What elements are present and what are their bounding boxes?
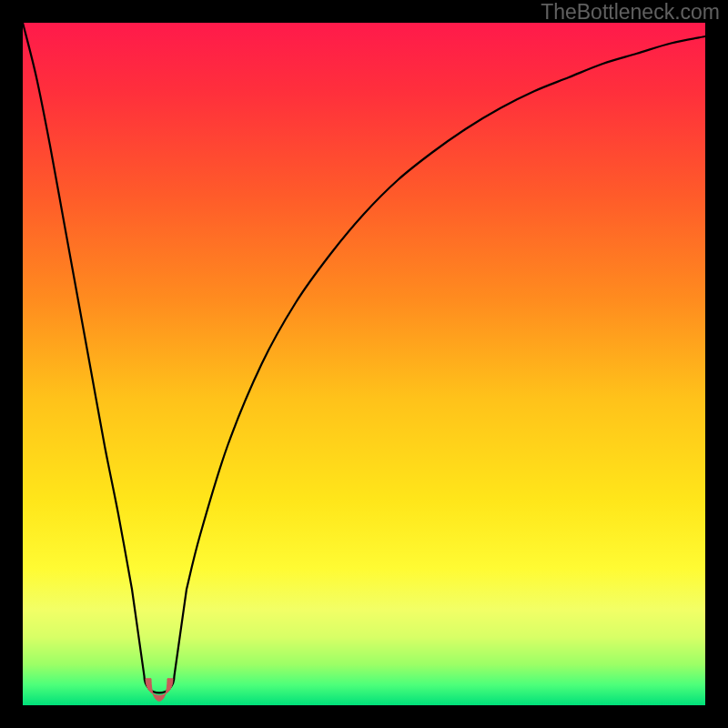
- watermark-text: TheBottleneck.com: [541, 0, 720, 25]
- chart-svg: [23, 23, 705, 705]
- plot-area: [23, 23, 705, 705]
- chart-frame: TheBottleneck.com: [0, 0, 728, 728]
- gradient-bg: [23, 23, 705, 705]
